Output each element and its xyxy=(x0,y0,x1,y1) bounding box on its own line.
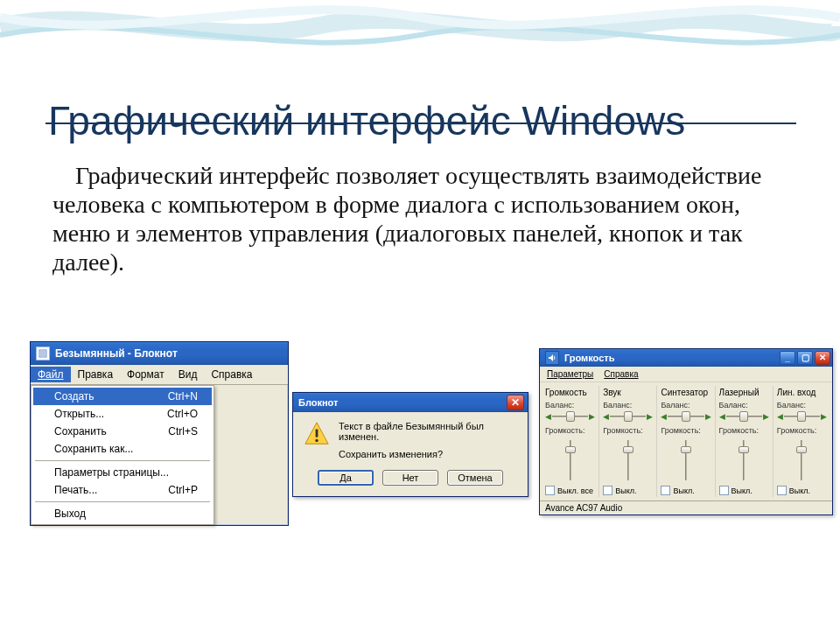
mixer-menu-params[interactable]: Параметры xyxy=(542,368,598,380)
balance-slider[interactable]: ◀▶ xyxy=(662,410,709,423)
mute-checkbox[interactable] xyxy=(661,486,670,495)
balance-thumb[interactable] xyxy=(566,411,575,422)
speaker-right-icon: ▶ xyxy=(705,412,711,421)
cancel-button[interactable]: Отмена xyxy=(447,470,503,486)
mixer-channel: ГромкостьБаланс:◀▶Громкость:Выкл. все xyxy=(542,386,599,497)
channel-name: Громкость xyxy=(545,388,595,397)
balance-slider[interactable]: ◀▶ xyxy=(721,410,767,423)
channel-name: Звук xyxy=(603,388,653,397)
balance-label: Баланс: xyxy=(777,401,827,410)
mixer-channel: ЛазерныйБаланс:◀▶Громкость:Выкл. xyxy=(716,386,774,497)
balance-label: Баланс: xyxy=(661,401,710,410)
messagebox-text: Текст в файле Безымянный был изменен. Со… xyxy=(339,421,517,459)
close-icon: ✕ xyxy=(511,396,520,409)
mute-label: Выкл. xyxy=(615,486,636,495)
mixer-channel: ЗвукБаланс:◀▶Громкость:Выкл. xyxy=(599,386,657,497)
balance-slider[interactable]: ◀▶ xyxy=(779,410,825,423)
menu-edit[interactable]: Правка xyxy=(71,367,121,382)
volume-label: Громкость: xyxy=(603,426,653,435)
balance-label: Баланс: xyxy=(603,401,653,410)
speaker-right-icon: ▶ xyxy=(647,412,653,421)
mute-checkbox[interactable] xyxy=(777,486,787,495)
messagebox-window: Блокнот ✕ Текст в файле Безымянный был и… xyxy=(292,392,528,497)
messagebox-line2: Сохранить изменения? xyxy=(339,449,517,459)
mixer-channel: Лин. входБаланс:◀▶Громкость:Выкл. xyxy=(774,386,830,497)
menu-file[interactable]: Файл xyxy=(31,367,71,382)
volume-thumb[interactable] xyxy=(565,446,576,453)
mixer-menu-help[interactable]: Справка xyxy=(598,368,643,380)
mute-label: Выкл. xyxy=(732,486,752,495)
mute-label: Выкл. xyxy=(789,486,810,495)
notepad-window: Безымянный - Блокнот Файл Правка Формат … xyxy=(30,341,289,526)
volume-thumb[interactable] xyxy=(738,446,749,453)
file-save-as[interactable]: Сохранить как... xyxy=(33,440,212,458)
volume-label: Громкость: xyxy=(661,426,710,435)
messagebox-line1: Текст в файле Безымянный был изменен. xyxy=(339,421,517,442)
menu-format[interactable]: Формат xyxy=(120,367,172,382)
mixer-menubar: Параметры Справка xyxy=(540,367,832,382)
file-save[interactable]: Сохранить Ctrl+S xyxy=(33,423,212,440)
menu-separator xyxy=(35,501,210,502)
mute-label: Выкл. все xyxy=(557,486,593,495)
warning-icon xyxy=(304,421,330,447)
minimize-button[interactable]: _ xyxy=(780,351,795,365)
mute-checkbox[interactable] xyxy=(603,486,612,495)
volume-thumb[interactable] xyxy=(623,446,634,453)
notepad-titlebar[interactable]: Безымянный - Блокнот xyxy=(31,342,288,365)
volume-label: Громкость: xyxy=(777,426,827,435)
speaker-icon xyxy=(545,351,559,365)
speaker-left-icon: ◀ xyxy=(545,412,551,421)
volume-slider[interactable] xyxy=(719,437,769,484)
file-new[interactable]: Создать Ctrl+N xyxy=(33,388,212,405)
svg-marker-7 xyxy=(549,354,553,361)
balance-slider[interactable]: ◀▶ xyxy=(605,410,651,423)
svg-point-6 xyxy=(315,439,318,442)
balance-label: Баланс: xyxy=(545,401,595,410)
file-open[interactable]: Открыть... Ctrl+O xyxy=(33,405,212,423)
speaker-left-icon: ◀ xyxy=(777,412,783,421)
close-button[interactable]: ✕ xyxy=(815,351,830,365)
notepad-icon xyxy=(36,346,50,360)
volume-label: Громкость: xyxy=(719,426,769,435)
speaker-left-icon: ◀ xyxy=(603,412,609,421)
close-button[interactable]: ✕ xyxy=(507,395,524,410)
mixer-channel: СинтезаторБаланс:◀▶Громкость:Выкл. xyxy=(657,386,715,497)
menu-help[interactable]: Справка xyxy=(204,367,259,382)
volume-mixer-window: Громкость _ ▢ ✕ Параметры Справка Громко… xyxy=(539,348,833,515)
mixer-body: ГромкостьБаланс:◀▶Громкость:Выкл. всеЗву… xyxy=(540,382,832,500)
balance-thumb[interactable] xyxy=(797,411,806,422)
volume-slider[interactable] xyxy=(661,437,710,484)
notepad-title-text: Безымянный - Блокнот xyxy=(55,347,178,360)
speaker-left-icon: ◀ xyxy=(719,412,725,421)
speaker-right-icon: ▶ xyxy=(763,412,769,421)
volume-thumb[interactable] xyxy=(796,446,807,453)
file-dropdown: Создать Ctrl+N Открыть... Ctrl+O Сохрани… xyxy=(31,385,214,525)
messagebox-title-text: Блокнот xyxy=(298,397,338,408)
messagebox-titlebar[interactable]: Блокнот ✕ xyxy=(293,393,528,412)
file-exit[interactable]: Выход xyxy=(33,505,212,522)
file-print[interactable]: Печать... Ctrl+P xyxy=(33,481,212,499)
no-button[interactable]: Нет xyxy=(382,470,438,486)
volume-slider[interactable] xyxy=(777,437,827,484)
balance-thumb[interactable] xyxy=(624,411,633,422)
menu-view[interactable]: Вид xyxy=(172,367,205,382)
balance-thumb[interactable] xyxy=(739,411,748,422)
volume-label: Громкость: xyxy=(545,426,595,435)
mute-checkbox[interactable] xyxy=(719,486,729,495)
volume-thumb[interactable] xyxy=(681,446,691,453)
volume-slider[interactable] xyxy=(545,437,595,484)
mixer-title-text: Громкость xyxy=(564,353,614,363)
balance-slider[interactable]: ◀▶ xyxy=(547,410,593,423)
volume-slider[interactable] xyxy=(603,437,653,484)
file-page-setup[interactable]: Параметры страницы... xyxy=(33,464,212,481)
mixer-titlebar[interactable]: Громкость _ ▢ ✕ xyxy=(540,349,832,367)
svg-rect-5 xyxy=(316,429,318,437)
channel-name: Лин. вход xyxy=(777,388,827,397)
balance-thumb[interactable] xyxy=(682,411,690,422)
mixer-status: Avance AC97 Audio xyxy=(540,500,832,514)
mute-checkbox[interactable] xyxy=(545,486,555,495)
balance-label: Баланс: xyxy=(719,401,769,410)
yes-button[interactable]: Да xyxy=(318,470,374,486)
notepad-menubar: Файл Правка Формат Вид Справка xyxy=(31,365,288,385)
maximize-button[interactable]: ▢ xyxy=(797,351,813,365)
